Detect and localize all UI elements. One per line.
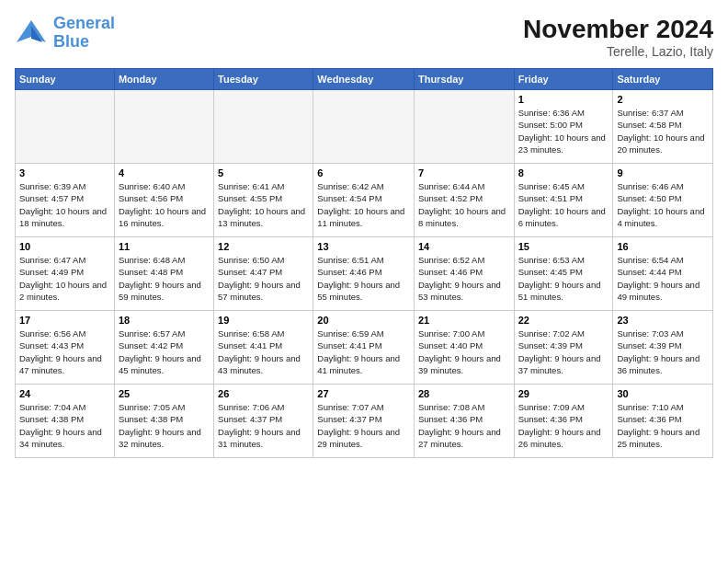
week-row-0: 1Sunrise: 6:36 AMSunset: 5:00 PMDaylight… [16, 90, 713, 164]
day-number: 27 [317, 388, 410, 399]
day-number: 14 [418, 241, 510, 252]
table-cell: 25Sunrise: 7:05 AMSunset: 4:38 PMDayligh… [114, 385, 213, 458]
table-cell: 20Sunrise: 6:59 AMSunset: 4:41 PMDayligh… [313, 311, 415, 385]
table-cell: 10Sunrise: 6:47 AMSunset: 4:49 PMDayligh… [16, 237, 115, 311]
day-info: Sunrise: 7:10 AMSunset: 4:36 PMDaylight:… [617, 401, 709, 450]
day-number: 16 [617, 241, 709, 252]
col-wednesday: Wednesday [313, 69, 415, 90]
day-info: Sunrise: 6:58 AMSunset: 4:41 PMDaylight:… [218, 327, 309, 376]
table-cell: 24Sunrise: 7:04 AMSunset: 4:38 PMDayligh… [16, 385, 115, 458]
day-number: 9 [617, 167, 709, 178]
table-cell: 12Sunrise: 6:50 AMSunset: 4:47 PMDayligh… [214, 237, 313, 311]
table-cell: 23Sunrise: 7:03 AMSunset: 4:39 PMDayligh… [613, 311, 713, 385]
table-cell [214, 90, 313, 164]
day-info: Sunrise: 6:59 AMSunset: 4:41 PMDaylight:… [317, 327, 410, 376]
day-number: 19 [218, 315, 309, 326]
day-number: 13 [317, 241, 410, 252]
header: General Blue November 2024 Terelle, Lazi… [15, 15, 713, 59]
day-info: Sunrise: 6:39 AMSunset: 4:57 PMDaylight:… [19, 180, 110, 229]
day-info: Sunrise: 7:05 AMSunset: 4:38 PMDaylight:… [119, 401, 210, 450]
logo: General Blue [15, 15, 115, 52]
day-number: 18 [119, 315, 210, 326]
table-cell: 21Sunrise: 7:00 AMSunset: 4:40 PMDayligh… [414, 311, 514, 385]
calendar-header-row: Sunday Monday Tuesday Wednesday Thursday… [16, 69, 713, 90]
title-block: November 2024 Terelle, Lazio, Italy [523, 15, 713, 59]
logo-line1: General [53, 14, 115, 32]
col-sunday: Sunday [16, 69, 115, 90]
day-info: Sunrise: 6:48 AMSunset: 4:48 PMDaylight:… [119, 254, 210, 303]
table-cell: 30Sunrise: 7:10 AMSunset: 4:36 PMDayligh… [613, 385, 713, 458]
table-cell: 16Sunrise: 6:54 AMSunset: 4:44 PMDayligh… [613, 237, 713, 311]
day-number: 22 [518, 315, 609, 326]
day-number: 21 [418, 315, 510, 326]
col-friday: Friday [514, 69, 613, 90]
logo-text: General Blue [53, 15, 115, 52]
day-number: 2 [617, 94, 709, 105]
day-number: 7 [418, 167, 510, 178]
table-cell: 8Sunrise: 6:45 AMSunset: 4:51 PMDaylight… [514, 164, 613, 237]
table-cell [313, 90, 415, 164]
week-row-2: 10Sunrise: 6:47 AMSunset: 4:49 PMDayligh… [16, 237, 713, 311]
day-info: Sunrise: 6:41 AMSunset: 4:55 PMDaylight:… [218, 180, 309, 229]
month-title: November 2024 [523, 15, 713, 44]
logo-icon [15, 17, 48, 50]
day-number: 17 [19, 315, 110, 326]
day-info: Sunrise: 6:44 AMSunset: 4:52 PMDaylight:… [418, 180, 510, 229]
day-info: Sunrise: 6:36 AMSunset: 5:00 PMDaylight:… [518, 107, 609, 155]
table-cell: 17Sunrise: 6:56 AMSunset: 4:43 PMDayligh… [16, 311, 115, 385]
day-info: Sunrise: 7:04 AMSunset: 4:38 PMDaylight:… [19, 401, 110, 450]
day-info: Sunrise: 7:07 AMSunset: 4:37 PMDaylight:… [317, 401, 410, 450]
day-number: 28 [418, 388, 510, 399]
day-info: Sunrise: 7:03 AMSunset: 4:39 PMDaylight:… [617, 327, 709, 376]
day-number: 25 [119, 388, 210, 399]
col-saturday: Saturday [613, 69, 713, 90]
day-info: Sunrise: 7:08 AMSunset: 4:36 PMDaylight:… [418, 401, 510, 450]
day-info: Sunrise: 6:51 AMSunset: 4:46 PMDaylight:… [317, 254, 410, 303]
day-number: 30 [617, 388, 709, 399]
col-tuesday: Tuesday [214, 69, 313, 90]
week-row-1: 3Sunrise: 6:39 AMSunset: 4:57 PMDaylight… [16, 164, 713, 237]
day-number: 6 [317, 167, 410, 178]
table-cell [114, 90, 213, 164]
day-number: 29 [518, 388, 609, 399]
table-cell: 7Sunrise: 6:44 AMSunset: 4:52 PMDaylight… [414, 164, 514, 237]
day-number: 8 [518, 167, 609, 178]
table-cell: 22Sunrise: 7:02 AMSunset: 4:39 PMDayligh… [514, 311, 613, 385]
table-cell: 9Sunrise: 6:46 AMSunset: 4:50 PMDaylight… [613, 164, 713, 237]
day-info: Sunrise: 6:37 AMSunset: 4:58 PMDaylight:… [617, 107, 709, 155]
table-cell: 3Sunrise: 6:39 AMSunset: 4:57 PMDaylight… [16, 164, 115, 237]
page: General Blue November 2024 Terelle, Lazi… [0, 0, 728, 563]
table-cell: 14Sunrise: 6:52 AMSunset: 4:46 PMDayligh… [414, 237, 514, 311]
day-info: Sunrise: 6:45 AMSunset: 4:51 PMDaylight:… [518, 180, 609, 229]
table-cell: 18Sunrise: 6:57 AMSunset: 4:42 PMDayligh… [114, 311, 213, 385]
day-info: Sunrise: 7:06 AMSunset: 4:37 PMDaylight:… [218, 401, 309, 450]
logo-line2: Blue [53, 32, 89, 51]
table-cell: 11Sunrise: 6:48 AMSunset: 4:48 PMDayligh… [114, 237, 213, 311]
table-cell: 19Sunrise: 6:58 AMSunset: 4:41 PMDayligh… [214, 311, 313, 385]
day-info: Sunrise: 6:57 AMSunset: 4:42 PMDaylight:… [119, 327, 210, 376]
day-number: 24 [19, 388, 110, 399]
day-info: Sunrise: 6:42 AMSunset: 4:54 PMDaylight:… [317, 180, 410, 229]
day-info: Sunrise: 6:52 AMSunset: 4:46 PMDaylight:… [418, 254, 510, 303]
day-info: Sunrise: 7:00 AMSunset: 4:40 PMDaylight:… [418, 327, 510, 376]
day-info: Sunrise: 6:53 AMSunset: 4:45 PMDaylight:… [518, 254, 609, 303]
table-cell: 2Sunrise: 6:37 AMSunset: 4:58 PMDaylight… [613, 90, 713, 164]
table-cell: 4Sunrise: 6:40 AMSunset: 4:56 PMDaylight… [114, 164, 213, 237]
day-number: 5 [218, 167, 309, 178]
table-cell: 28Sunrise: 7:08 AMSunset: 4:36 PMDayligh… [414, 385, 514, 458]
table-cell: 26Sunrise: 7:06 AMSunset: 4:37 PMDayligh… [214, 385, 313, 458]
day-info: Sunrise: 7:09 AMSunset: 4:36 PMDaylight:… [518, 401, 609, 450]
day-number: 11 [119, 241, 210, 252]
table-cell: 29Sunrise: 7:09 AMSunset: 4:36 PMDayligh… [514, 385, 613, 458]
day-number: 12 [218, 241, 309, 252]
day-info: Sunrise: 6:46 AMSunset: 4:50 PMDaylight:… [617, 180, 709, 229]
day-number: 3 [19, 167, 110, 178]
table-cell: 6Sunrise: 6:42 AMSunset: 4:54 PMDaylight… [313, 164, 415, 237]
day-number: 15 [518, 241, 609, 252]
table-cell: 1Sunrise: 6:36 AMSunset: 5:00 PMDaylight… [514, 90, 613, 164]
location: Terelle, Lazio, Italy [523, 44, 713, 59]
day-info: Sunrise: 6:47 AMSunset: 4:49 PMDaylight:… [19, 254, 110, 303]
day-info: Sunrise: 6:50 AMSunset: 4:47 PMDaylight:… [218, 254, 309, 303]
day-info: Sunrise: 6:54 AMSunset: 4:44 PMDaylight:… [617, 254, 709, 303]
col-monday: Monday [114, 69, 213, 90]
